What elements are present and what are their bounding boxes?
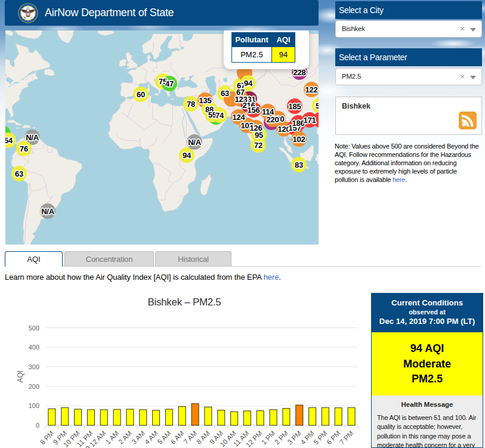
svg-text:7 AM: 7 AM [182, 430, 198, 446]
svg-text:1 AM: 1 AM [104, 430, 120, 446]
svg-text:500: 500 [29, 325, 39, 332]
svg-text:4 AM: 4 AM [143, 430, 159, 446]
svg-text:6 AM: 6 AM [169, 430, 186, 446]
svg-text:5 PM: 5 PM [312, 430, 328, 446]
svg-text:100: 100 [29, 402, 39, 409]
svg-text:1 PM: 1 PM [260, 430, 276, 446]
svg-text:8 AM: 8 AM [195, 430, 211, 446]
svg-text:7 PM: 7 PM [338, 430, 354, 446]
svg-text:0: 0 [36, 422, 39, 429]
svg-text:400: 400 [29, 344, 39, 351]
svg-text:AQI: AQI [16, 370, 24, 383]
svg-text:200: 200 [29, 383, 39, 390]
svg-text:2 PM: 2 PM [273, 430, 289, 446]
svg-text:2 AM: 2 AM [117, 430, 133, 446]
svg-text:300: 300 [29, 363, 39, 370]
svg-text:3 AM: 3 AM [130, 430, 146, 446]
svg-text:4 PM: 4 PM [299, 430, 316, 446]
svg-text:5 AM: 5 AM [156, 430, 172, 446]
svg-text:8 PM: 8 PM [39, 430, 55, 446]
svg-text:6 PM: 6 PM [325, 430, 341, 446]
svg-text:3 PM: 3 PM [286, 430, 302, 446]
